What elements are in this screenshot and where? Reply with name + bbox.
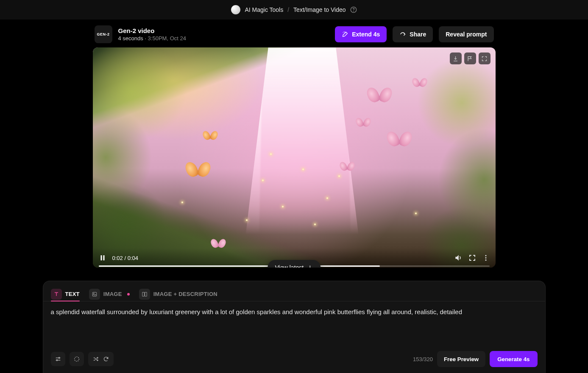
video-player[interactable]: 0:02 / 0:04 View latest (93, 47, 496, 268)
seed-icon[interactable] (70, 352, 84, 366)
prompt-panel: TEXT IMAGE IMAGE + DESCRIPTION (43, 281, 546, 373)
flag-icon[interactable] (464, 52, 476, 64)
volume-icon[interactable] (454, 254, 463, 262)
pause-icon[interactable] (99, 254, 106, 262)
butterfly-decoration (203, 131, 218, 144)
prompt-input[interactable] (51, 308, 538, 346)
svg-point-5 (485, 257, 486, 259)
sparkle-decoration (326, 197, 328, 199)
sparkle-decoration (181, 202, 183, 203)
svg-point-13 (74, 357, 79, 362)
download-icon[interactable] (450, 52, 462, 64)
title-block: Gen-2 video 4 seconds · 3:50PM, Oct 24 (118, 27, 186, 41)
svg-point-1 (353, 11, 354, 11)
tab-image-label: IMAGE (103, 291, 122, 297)
input-mode-tabs: TEXT IMAGE IMAGE + DESCRIPTION (43, 281, 545, 301)
butterfly-decoration (387, 131, 412, 152)
char-counter: 153/320 (413, 356, 433, 362)
more-vertical-icon[interactable] (482, 254, 490, 262)
svg-rect-3 (103, 255, 104, 260)
view-latest-label: View latest (275, 264, 304, 268)
prompt-area (43, 301, 545, 346)
refresh-icon (103, 356, 109, 362)
video-header-row: GEN-2 Gen-2 video 4 seconds · 3:50PM, Oc… (93, 25, 496, 43)
help-icon[interactable] (350, 6, 357, 13)
breadcrumb-separator: / (287, 6, 289, 13)
view-latest-button[interactable]: View latest (268, 260, 320, 268)
tab-text[interactable]: TEXT (51, 287, 80, 301)
svg-point-4 (485, 255, 486, 256)
shuffle-icon (93, 356, 99, 362)
free-preview-button[interactable]: Free Preview (437, 351, 485, 367)
butterfly-decoration (185, 162, 211, 183)
svg-rect-10 (145, 292, 147, 296)
reveal-prompt-button[interactable]: Reveal prompt (439, 26, 493, 42)
video-duration: 4 seconds (118, 35, 143, 41)
sparkle-decoration (415, 213, 417, 214)
breadcrumb-current[interactable]: Text/Image to Video (293, 6, 346, 13)
video-overlay-controls (450, 52, 490, 64)
svg-rect-7 (92, 292, 96, 296)
svg-point-8 (93, 293, 94, 294)
sparkle-decoration (338, 175, 340, 177)
waterfall-decoration (246, 47, 359, 235)
image-icon (89, 289, 100, 300)
svg-rect-2 (100, 255, 102, 260)
sparkle-decoration (314, 224, 316, 225)
video-time-label: 0:02 / 0:04 (112, 255, 138, 261)
video-title: Gen-2 video (118, 27, 186, 34)
svg-point-6 (485, 260, 486, 261)
share-button[interactable]: Share (393, 26, 433, 42)
sparkle-decoration (246, 219, 248, 221)
butterfly-decoration (356, 118, 371, 130)
svg-point-11 (59, 357, 60, 359)
tab-indicator-dot (127, 293, 130, 296)
shuffle-refresh-button[interactable] (88, 352, 114, 366)
share-button-label: Share (410, 31, 426, 38)
butterfly-decoration (340, 162, 355, 174)
expand-icon[interactable] (479, 52, 490, 64)
tab-image-description-label: IMAGE + DESCRIPTION (153, 291, 217, 297)
text-icon (51, 289, 62, 300)
video-timestamp: 3:50PM, Oct 24 (148, 35, 186, 41)
prompt-footer: 153/320 Free Preview Generate 4s (43, 346, 545, 373)
sparkle-decoration (262, 180, 264, 181)
arrow-down-icon (307, 265, 313, 268)
video-progress-fill (99, 265, 380, 267)
tab-image-description[interactable]: IMAGE + DESCRIPTION (139, 287, 217, 301)
breadcrumb-root[interactable]: AI Magic Tools (245, 6, 283, 13)
sparkle-decoration (302, 169, 304, 170)
reveal-prompt-label: Reveal prompt (446, 31, 487, 38)
svg-rect-9 (142, 292, 144, 296)
sparkle-decoration (270, 153, 272, 155)
butterfly-decoration (412, 78, 427, 91)
top-breadcrumb-bar: AI Magic Tools / Text/Image to Video (0, 0, 588, 19)
svg-point-12 (56, 359, 58, 361)
video-subtitle: 4 seconds · 3:50PM, Oct 24 (118, 35, 186, 41)
extend-button[interactable]: Extend 4s (335, 26, 387, 42)
foliage-decoration (93, 47, 222, 268)
tab-image[interactable]: IMAGE (89, 287, 130, 301)
generate-button[interactable]: Generate 4s (490, 351, 537, 367)
image-description-icon (139, 289, 150, 300)
settings-icon[interactable] (51, 352, 65, 366)
foliage-decoration (383, 47, 496, 268)
fullscreen-icon[interactable] (468, 254, 476, 262)
gen2-badge: GEN-2 (95, 25, 112, 43)
tab-text-label: TEXT (65, 291, 80, 297)
avatar[interactable] (231, 5, 240, 14)
video-frame: 0:02 / 0:04 (93, 47, 496, 268)
extend-button-label: Extend 4s (352, 31, 380, 38)
butterfly-decoration (367, 87, 392, 108)
